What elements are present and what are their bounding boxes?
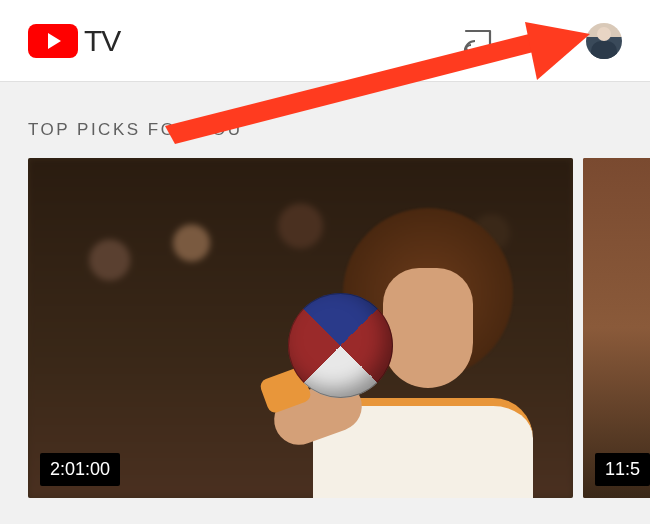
svg-line-2: [544, 45, 551, 52]
section-heading: TOP PICKS FOR YOU: [0, 82, 650, 158]
video-thumbnail: [583, 158, 650, 498]
app-header: TV: [0, 0, 650, 82]
video-card[interactable]: 2:01:00: [28, 158, 573, 498]
play-triangle-icon: [48, 33, 61, 49]
video-thumbnail: [28, 158, 573, 498]
youtube-play-badge: [28, 24, 78, 58]
video-card[interactable]: 11:5: [583, 158, 650, 498]
logo-tv-text: TV: [84, 24, 120, 58]
duration-badge: 2:01:00: [40, 453, 120, 486]
search-icon[interactable]: [524, 25, 556, 57]
youtube-tv-logo[interactable]: TV: [28, 24, 120, 58]
video-carousel[interactable]: 2:01:00 11:5: [0, 158, 650, 498]
header-actions: [462, 23, 622, 59]
cast-icon[interactable]: [462, 25, 494, 57]
profile-avatar[interactable]: [586, 23, 622, 59]
svg-point-0: [465, 48, 468, 51]
duration-badge: 11:5: [595, 453, 650, 486]
